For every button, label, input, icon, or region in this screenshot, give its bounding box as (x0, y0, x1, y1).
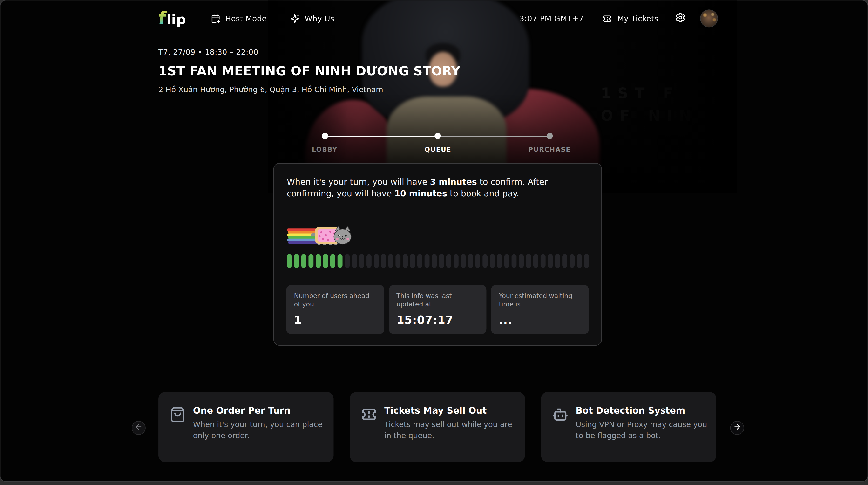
event-info: T7, 27/09 • 18:30 – 22:00 1ST FAN MEETIN… (158, 48, 460, 94)
progress-segment (555, 254, 560, 268)
stepper-line-upcoming (438, 135, 551, 137)
carousel-prev-button[interactable] (132, 421, 146, 435)
progress-segment (287, 254, 292, 268)
event-datetime: T7, 27/09 • 18:30 – 22:00 (158, 48, 460, 56)
stat-users-ahead: Number of users ahead of you 1 (286, 285, 384, 335)
nav-why-us[interactable]: Why Us (290, 14, 334, 23)
progress-segment (359, 254, 364, 268)
progress-segment (490, 254, 495, 268)
clock-display: 3:07 PM GMT+7 (519, 14, 584, 23)
queue-msg-part: When it's your turn, you will have (287, 177, 430, 187)
progress-segment (584, 254, 589, 268)
event-address: 2 Hồ Xuân Hương, Phường 6, Quận 3, Hồ Ch… (158, 85, 460, 94)
progress-segment (330, 254, 335, 268)
gear-icon (675, 12, 685, 25)
queue-stats-row: Number of users ahead of you 1 This info… (286, 285, 589, 335)
nav-why-us-label: Why Us (305, 14, 334, 23)
queue-status-card: When it's your turn, you will have 3 min… (273, 163, 602, 346)
stat-waiting-time: Your estimated waiting time is ... (491, 285, 589, 335)
step-label-lobby: LOBBY (312, 146, 337, 153)
progress-segment (562, 254, 567, 268)
progress-segment (396, 254, 401, 268)
progress-segment (512, 254, 517, 268)
progress-segment (533, 254, 538, 268)
queue-msg-part: to book and pay. (447, 189, 519, 199)
step-label-purchase: PURCHASE (528, 146, 571, 153)
queue-progress-bar (287, 254, 589, 268)
app-window: 1ST F OF NIN f lip Host Mode (0, 0, 868, 482)
notice-one-order-title: One Order Per Turn (193, 405, 290, 416)
header-right-cluster: 3:07 PM GMT+7 My Tickets (519, 9, 718, 27)
flip-logo-f: f (157, 9, 167, 27)
my-tickets-label: My Tickets (617, 14, 658, 23)
progress-segment (461, 254, 466, 268)
progress-segment (519, 254, 524, 268)
cat-head (334, 226, 351, 244)
progress-segment (475, 254, 480, 268)
arrow-left-icon (134, 423, 143, 433)
nav-host-mode-label: Host Mode (225, 14, 267, 23)
ticket-icon (361, 406, 377, 425)
my-tickets-button[interactable]: My Tickets (603, 14, 658, 23)
progress-segment (483, 254, 488, 268)
notice-bot-detection-body: Using VPN or Proxy may cause you to be f… (576, 419, 707, 441)
stat-users-ahead-value: 1 (294, 313, 376, 327)
progress-segment (425, 254, 430, 268)
robot-icon (552, 406, 568, 425)
stat-last-updated: This info was last updated at 15:07:17 (389, 285, 487, 335)
progress-segment (301, 254, 306, 268)
event-title: 1ST FAN MEETING OF NINH DƯƠNG STORY (158, 64, 460, 78)
progress-segment (504, 254, 509, 268)
calendar-plus-icon (211, 14, 220, 23)
progress-segment (323, 254, 328, 268)
stat-last-updated-value: 15:07:17 (396, 313, 479, 327)
notice-bot-detection-title: Bot Detection System (576, 405, 685, 416)
flip-logo[interactable]: f lip (158, 9, 186, 27)
step-label-queue: QUEUE (424, 146, 451, 153)
stepper-line-done (324, 135, 438, 137)
stat-users-ahead-label: Number of users ahead of you (294, 292, 376, 308)
stat-waiting-time-value: ... (499, 313, 581, 327)
user-avatar[interactable] (700, 9, 718, 27)
notice-bot-detection: Bot Detection System Using VPN or Proxy … (541, 392, 716, 462)
step-dot-purchase (547, 133, 553, 139)
progress-segment (497, 254, 502, 268)
notice-sell-out-title: Tickets May Sell Out (384, 405, 487, 416)
progress-segment (338, 254, 343, 268)
main-nav: Host Mode Why Us (211, 14, 334, 23)
progress-segment (577, 254, 582, 268)
progress-segment (367, 254, 372, 268)
progress-segment (540, 254, 546, 268)
queue-msg-confirm-minutes: 3 minutes (430, 177, 477, 187)
ticket-icon (603, 14, 612, 23)
notice-sell-out-body: Tickets may sell out while you are in th… (384, 419, 516, 441)
flip-logo-text: lip (166, 12, 186, 28)
progress-segment (454, 254, 459, 268)
notices-carousel: One Order Per Turn When it's your turn, … (158, 392, 716, 462)
progress-segment (548, 254, 553, 268)
progress-segment (432, 254, 437, 268)
progress-segment (468, 254, 473, 268)
notice-sell-out: Tickets May Sell Out Tickets may sell ou… (350, 392, 525, 462)
progress-segment (439, 254, 444, 268)
top-navigation-bar: f lip Host Mode Why Us (158, 0, 718, 36)
checkout-stepper: LOBBY QUEUE PURCHASE (322, 133, 553, 155)
shopping-bag-icon (169, 406, 186, 425)
stat-waiting-time-label: Your estimated waiting time is (499, 292, 581, 308)
progress-segment (410, 254, 415, 268)
step-dot-queue (434, 133, 440, 139)
progress-segment (446, 254, 452, 268)
progress-segment (352, 254, 357, 268)
progress-segment (569, 254, 575, 268)
nav-host-mode[interactable]: Host Mode (211, 14, 267, 23)
app-stage: 1ST F OF NIN f lip Host Mode (0, 0, 868, 485)
progress-segment (374, 254, 379, 268)
step-dot-lobby (322, 133, 328, 139)
progress-segment (417, 254, 423, 268)
arrow-right-icon (733, 423, 741, 433)
settings-button[interactable] (675, 12, 685, 25)
carousel-next-button[interactable] (730, 421, 744, 435)
progress-segment (526, 254, 531, 268)
notice-one-order-body: When it's your turn, you can place only … (193, 419, 325, 441)
progress-segment (403, 254, 408, 268)
